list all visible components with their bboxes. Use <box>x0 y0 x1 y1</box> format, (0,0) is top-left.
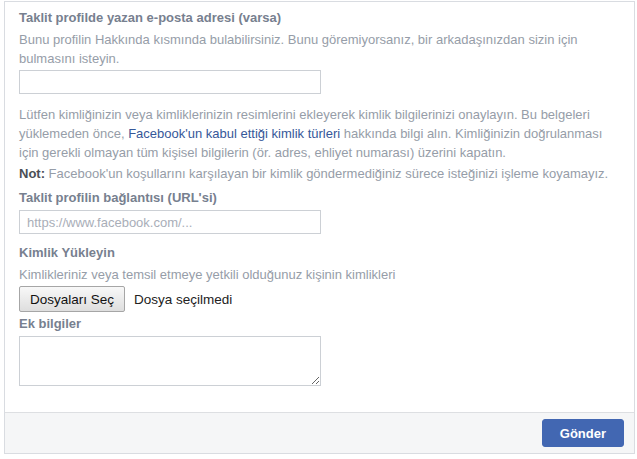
form-footer: Gönder <box>5 412 634 453</box>
note-paragraph: Not: Facebook'un koşullarını karşılayan … <box>19 164 619 183</box>
id-upload-label: Kimlik Yükleyin <box>19 245 620 260</box>
choose-files-button[interactable]: Dosyaları Seç <box>19 286 125 312</box>
email-field-label: Taklit profilde yazan e-posta adresi (va… <box>19 10 620 25</box>
report-form-card: Taklit profilde yazan e-posta adresi (va… <box>4 1 635 454</box>
extra-info-textarea[interactable] <box>19 336 321 386</box>
profile-url-input[interactable] <box>19 210 321 234</box>
note-text: Facebook'un koşullarını karşılayan bir k… <box>45 166 608 181</box>
profile-url-field-label: Taklit profilin bağlantısı (URL'si) <box>19 190 620 205</box>
email-field-help-text: Bunu profilin Hakkında kısmında bulabili… <box>19 30 619 68</box>
submit-button[interactable]: Gönder <box>542 419 624 447</box>
id-instructions-paragraph: Lütfen kimliğinizin veya kimliklerinizin… <box>19 105 619 162</box>
file-selection-status: Dosya seçilmedi <box>134 292 232 307</box>
id-upload-help-text: Kimlikleriniz veya temsil etmeye yetkili… <box>19 265 619 284</box>
note-prefix: Not: <box>19 166 45 181</box>
accepted-id-types-link[interactable]: Facebook'un kabul ettiği kimlik türleri <box>128 126 340 141</box>
file-upload-control: Dosyaları Seç Dosya seçilmedi <box>19 286 620 312</box>
form-body: Taklit profilde yazan e-posta adresi (va… <box>5 2 634 412</box>
email-input[interactable] <box>19 70 321 94</box>
extra-info-label: Ek bilgiler <box>19 316 620 331</box>
